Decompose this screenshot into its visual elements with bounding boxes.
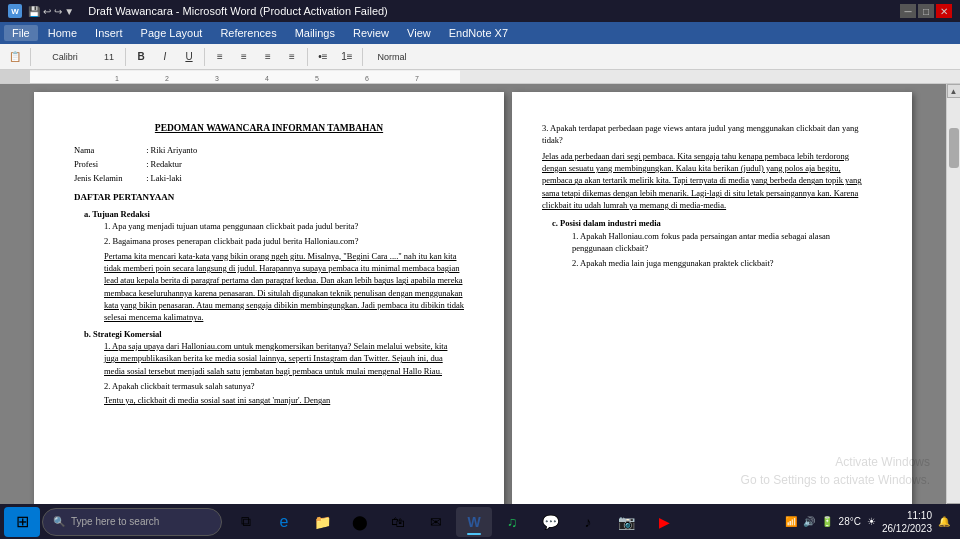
taskbar-app-chrome[interactable]: ⬤ bbox=[342, 507, 378, 537]
taskbar-app-explorer[interactable]: 📁 bbox=[304, 507, 340, 537]
toolbar: 📋 Calibri 11 B I U ≡ ≡ ≡ ≡ •≡ 1≡ Normal bbox=[0, 44, 960, 70]
tb-styles[interactable]: Normal bbox=[367, 46, 417, 68]
jenkel-value: : Laki-laki bbox=[146, 173, 182, 183]
taskbar-app-mail[interactable]: ✉ bbox=[418, 507, 454, 537]
menu-file[interactable]: File bbox=[4, 25, 38, 41]
toolbar-sep-1 bbox=[30, 48, 31, 66]
document-scroll-area[interactable]: PEDOMAN WAWANCARA INFORMAN TAMBAHAN Nama… bbox=[0, 84, 946, 517]
svg-rect-13 bbox=[460, 70, 960, 84]
toolbar-sep-5 bbox=[362, 48, 363, 66]
right-q3-label: 3. bbox=[542, 123, 550, 133]
watermark-line2: Go to Settings to activate Windows. bbox=[741, 472, 930, 489]
start-button[interactable]: ⊞ bbox=[4, 507, 40, 537]
menu-home[interactable]: Home bbox=[40, 25, 85, 41]
menu-page-layout[interactable]: Page Layout bbox=[133, 25, 211, 41]
restore-button[interactable]: □ bbox=[918, 4, 934, 18]
info-profesi: Profesi : Redaktur bbox=[74, 158, 464, 170]
info-nama: Nama : Riki Ariyanto bbox=[74, 144, 464, 156]
sub-section-c: c. Posisi dalam industri media bbox=[552, 218, 661, 228]
svg-text:4: 4 bbox=[265, 75, 269, 82]
whatsapp-icon: 💬 bbox=[542, 514, 559, 530]
activate-windows-watermark: Activate Windows Go to Settings to activ… bbox=[741, 454, 930, 489]
menu-mailings[interactable]: Mailings bbox=[287, 25, 343, 41]
tb-bullets[interactable]: •≡ bbox=[312, 46, 334, 68]
right-q3-answer: Jelas ada perbedaan dari segi pembaca. K… bbox=[542, 150, 872, 212]
taskbar-app-taskview[interactable]: ⧉ bbox=[228, 507, 264, 537]
youtube-icon: ▶ bbox=[659, 514, 670, 530]
question-4: 2. Apakah clickbait termasuk salah satun… bbox=[104, 380, 464, 407]
q4-answer-partial: Tentu ya, clickbait di media sosial saat… bbox=[104, 394, 464, 406]
jenkel-label: Jenis Kelamin bbox=[74, 172, 144, 184]
date-display: 26/12/2023 bbox=[882, 522, 932, 535]
scroll-thumb[interactable] bbox=[949, 128, 959, 168]
tb-align-left[interactable]: ≡ bbox=[209, 46, 231, 68]
svg-text:2: 2 bbox=[165, 75, 169, 82]
tb-align-center[interactable]: ≡ bbox=[233, 46, 255, 68]
menu-review[interactable]: Review bbox=[345, 25, 397, 41]
svg-text:1: 1 bbox=[115, 75, 119, 82]
taskbar-app-spotify[interactable]: ♫ bbox=[494, 507, 530, 537]
svg-text:7: 7 bbox=[415, 75, 419, 82]
close-button[interactable]: ✕ bbox=[936, 4, 952, 18]
tb-bold[interactable]: B bbox=[130, 46, 152, 68]
taskbar-app-store[interactable]: 🛍 bbox=[380, 507, 416, 537]
section-c-container: c. Posisi dalam industri media 1. Apakah… bbox=[552, 217, 872, 269]
taskbar-app-youtube[interactable]: ▶ bbox=[646, 507, 682, 537]
ruler: 1 2 3 4 5 6 7 8 9 10 11 bbox=[0, 70, 960, 84]
svg-rect-12 bbox=[0, 70, 30, 84]
taskbar-app-edge[interactable]: e bbox=[266, 507, 302, 537]
taskbar-app-word[interactable]: W bbox=[456, 507, 492, 537]
instagram-icon: 📷 bbox=[618, 514, 635, 530]
taskbar-app-tiktok[interactable]: ♪ bbox=[570, 507, 606, 537]
taskbar-app-instagram[interactable]: 📷 bbox=[608, 507, 644, 537]
word-icon: W bbox=[8, 4, 22, 18]
page-title: PEDOMAN WAWANCARA INFORMAN TAMBAHAN bbox=[74, 122, 464, 136]
explorer-icon: 📁 bbox=[314, 514, 331, 530]
menu-view[interactable]: View bbox=[399, 25, 439, 41]
menu-endnote[interactable]: EndNote X7 bbox=[441, 25, 516, 41]
taskview-icon: ⧉ bbox=[241, 513, 251, 530]
daftar-title: DAFTAR PERTANYAAN bbox=[74, 191, 464, 204]
taskbar-app-whatsapp[interactable]: 💬 bbox=[532, 507, 568, 537]
tb-font-name[interactable]: Calibri bbox=[35, 46, 95, 68]
scroll-track[interactable] bbox=[947, 98, 960, 503]
search-icon: 🔍 bbox=[53, 516, 65, 527]
tb-numbering[interactable]: 1≡ bbox=[336, 46, 358, 68]
active-app-indicator bbox=[467, 533, 481, 535]
profesi-label: Profesi bbox=[74, 158, 144, 170]
vertical-scrollbar[interactable]: ▲ ▼ bbox=[946, 84, 960, 517]
tb-underline[interactable]: U bbox=[178, 46, 200, 68]
tb-paste[interactable]: 📋 bbox=[4, 46, 26, 68]
tb-justify[interactable]: ≡ bbox=[281, 46, 303, 68]
menu-bar: File Home Insert Page Layout References … bbox=[0, 22, 960, 44]
document-page-right: 3. Apakah terdapat perbedaan page views … bbox=[512, 92, 912, 517]
tb-italic[interactable]: I bbox=[154, 46, 176, 68]
tb-font-size[interactable]: 11 bbox=[97, 46, 121, 68]
menu-references[interactable]: References bbox=[212, 25, 284, 41]
clock[interactable]: 11:10 26/12/2023 bbox=[882, 509, 932, 535]
question-2: 2. Bagaimana proses penerapan clickbait … bbox=[104, 235, 464, 323]
tiktok-icon: ♪ bbox=[585, 514, 592, 530]
question-c2: 2. Apakah media lain juga menggunakan pr… bbox=[572, 257, 872, 269]
question-c1: 1. Apakah Halloniau.com fokus pada persa… bbox=[572, 230, 872, 255]
sound-icon[interactable]: 🔊 bbox=[803, 516, 815, 527]
taskbar-apps: ⧉ e 📁 ⬤ 🛍 ✉ W ♫ 💬 ♪ 📷 bbox=[224, 507, 777, 537]
nama-label: Nama bbox=[74, 144, 144, 156]
sub-section-a: a. Tujuan Redaksi bbox=[84, 209, 150, 219]
svg-text:3: 3 bbox=[215, 75, 219, 82]
right-q3: 3. Apakah terdapat perbedaan page views … bbox=[542, 122, 872, 211]
toolbar-sep-4 bbox=[307, 48, 308, 66]
battery-icon[interactable]: 🔋 bbox=[821, 516, 833, 527]
minimize-button[interactable]: ─ bbox=[900, 4, 916, 18]
edge-icon: e bbox=[280, 513, 289, 531]
menu-insert[interactable]: Insert bbox=[87, 25, 131, 41]
store-icon: 🛍 bbox=[391, 514, 405, 530]
taskbar-search[interactable]: 🔍 Type here to search bbox=[42, 508, 222, 536]
network-icon[interactable]: 📶 bbox=[785, 516, 797, 527]
scroll-up-button[interactable]: ▲ bbox=[947, 84, 961, 98]
spotify-icon: ♫ bbox=[507, 514, 518, 530]
notification-icon[interactable]: 🔔 bbox=[938, 516, 950, 527]
taskbar: ⊞ 🔍 Type here to search ⧉ e 📁 ⬤ 🛍 ✉ W ♫ bbox=[0, 504, 960, 539]
document-page-left: PEDOMAN WAWANCARA INFORMAN TAMBAHAN Nama… bbox=[34, 92, 504, 517]
tb-align-right[interactable]: ≡ bbox=[257, 46, 279, 68]
